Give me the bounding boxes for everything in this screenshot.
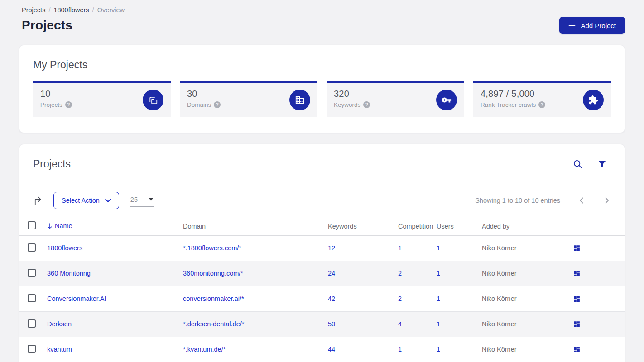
help-icon[interactable]: ? — [65, 101, 72, 108]
table-toolbar: Select Action 25 Showing 1 to 10 of 10 e… — [19, 192, 625, 209]
dashboard-icon[interactable] — [572, 345, 582, 354]
page-header: Projects Add Project — [22, 17, 625, 34]
project-keywords-value[interactable]: 42 — [328, 295, 335, 302]
projects-table-body: 1800flowers *.1800flowers.com/* 12 1 1 N… — [19, 235, 625, 362]
breadcrumb-projects[interactable]: Projects — [22, 6, 45, 14]
row-checkbox[interactable] — [28, 243, 36, 252]
project-competition-value[interactable]: 1 — [398, 346, 402, 353]
select-all-checkbox[interactable] — [28, 221, 36, 229]
next-page-icon[interactable] — [603, 196, 611, 205]
project-users-value[interactable]: 1 — [437, 346, 440, 353]
project-users-value[interactable]: 1 — [437, 270, 440, 277]
project-name-link[interactable]: Derksen — [47, 320, 72, 328]
breadcrumb-1800flowers[interactable]: 1800flowers — [53, 6, 89, 14]
table-row: Derksen *.derksen-dental.de/* 50 4 1 Nik… — [19, 311, 625, 337]
plus-icon — [568, 22, 576, 29]
project-competition-value[interactable]: 4 — [398, 320, 402, 328]
breadcrumb-separator: / — [48, 6, 50, 14]
export-icon[interactable] — [33, 195, 43, 206]
project-domain-link[interactable]: *.kvantum.de/* — [183, 346, 226, 353]
project-competition-value[interactable]: 2 — [398, 295, 402, 302]
pagination-status: Showing 1 to 10 of 10 entries — [475, 197, 560, 204]
folder-copy-icon — [143, 90, 163, 110]
column-header-added-by[interactable]: Added by — [482, 217, 572, 235]
add-project-button[interactable]: Add Project — [559, 17, 625, 34]
row-checkbox[interactable] — [28, 319, 36, 328]
project-keywords-value[interactable]: 44 — [328, 346, 335, 353]
stat-card-projects: 10 Projects ? — [33, 81, 171, 117]
help-icon[interactable]: ? — [363, 101, 370, 108]
column-header-name[interactable]: Name — [47, 217, 183, 235]
project-users-value[interactable]: 1 — [437, 295, 440, 302]
project-domain-link[interactable]: *.derksen-dental.de/* — [183, 320, 244, 328]
column-header-keywords[interactable]: Keywords — [328, 217, 398, 235]
stat-card-rank-tracker-crawls: 4,897 / 5,000 Rank Tracker crawls ? — [473, 81, 611, 117]
project-name-link[interactable]: Conversionmaker.AI — [47, 295, 106, 302]
help-icon[interactable]: ? — [214, 101, 221, 108]
project-added-by: Niko Körner — [482, 346, 517, 353]
project-competition-value[interactable]: 1 — [398, 244, 402, 252]
project-domain-link[interactable]: *.1800flowers.com/* — [183, 244, 241, 252]
project-name-link[interactable]: 360 Monitoring — [47, 270, 91, 277]
caret-down-icon — [149, 198, 153, 201]
search-icon[interactable] — [572, 158, 583, 170]
breadcrumb: Projects / 1800flowers / Overview — [22, 0, 625, 14]
stat-card-keywords: 320 Keywords ? — [327, 81, 464, 117]
chevron-down-icon — [105, 199, 111, 203]
my-projects-panel: My Projects 10 Projects ? 30 Doma — [19, 45, 625, 133]
project-added-by: Niko Körner — [482, 270, 517, 277]
projects-table: Name Domain Keywords Competition Users A… — [19, 217, 625, 362]
building-icon — [289, 90, 310, 110]
table-row: kvantum *.kvantum.de/* 44 1 1 Niko Körne… — [19, 337, 625, 362]
project-users-value[interactable]: 1 — [437, 244, 440, 252]
project-keywords-value[interactable]: 24 — [328, 270, 335, 277]
page: Projects / 1800flowers / Overview Projec… — [0, 0, 644, 362]
row-checkbox[interactable] — [28, 294, 36, 302]
column-header-domain[interactable]: Domain — [183, 217, 328, 235]
table-row: Conversionmaker.AI conversionmaker.ai/* … — [19, 286, 625, 311]
project-keywords-value[interactable]: 50 — [328, 320, 335, 328]
column-header-competition[interactable]: Competition — [398, 217, 437, 235]
previous-page-icon[interactable] — [577, 196, 586, 205]
row-checkbox[interactable] — [28, 345, 36, 353]
dashboard-icon[interactable] — [572, 294, 582, 304]
project-name-link[interactable]: kvantum — [47, 346, 72, 353]
help-icon[interactable]: ? — [538, 101, 545, 108]
my-projects-title: My Projects — [33, 59, 611, 71]
project-name-link[interactable]: 1800flowers — [47, 244, 82, 252]
project-added-by: Niko Körner — [482, 295, 517, 302]
project-competition-value[interactable]: 2 — [398, 270, 402, 277]
row-checkbox[interactable] — [28, 269, 36, 277]
table-header-row: Name Domain Keywords Competition Users A… — [19, 217, 625, 235]
stat-card-domains: 30 Domains ? — [180, 81, 317, 117]
project-domain-link[interactable]: conversionmaker.ai/* — [183, 295, 244, 302]
page-title: Projects — [22, 18, 72, 33]
project-keywords-value[interactable]: 12 — [328, 244, 335, 252]
table-row: 360 Monitoring 360monitoring.com/* 24 2 … — [19, 261, 625, 286]
project-users-value[interactable]: 1 — [437, 320, 440, 328]
breadcrumb-overview: Overview — [97, 6, 125, 14]
add-project-label: Add Project — [581, 22, 616, 29]
breadcrumb-separator: / — [92, 6, 94, 14]
filter-icon[interactable] — [597, 159, 607, 169]
sort-descending-icon — [47, 223, 53, 229]
stats-grid: 10 Projects ? 30 Domains ? — [33, 81, 611, 117]
projects-table-panel: Projects Se — [19, 144, 625, 362]
project-domain-link[interactable]: 360monitoring.com/* — [183, 270, 243, 277]
puzzle-icon — [583, 90, 604, 110]
select-action-button[interactable]: Select Action — [53, 192, 119, 209]
table-row: 1800flowers *.1800flowers.com/* 12 1 1 N… — [19, 235, 625, 261]
dashboard-icon[interactable] — [572, 319, 582, 329]
page-size-select[interactable]: 25 — [130, 195, 154, 207]
column-header-actions — [572, 217, 625, 235]
dashboard-icon[interactable] — [572, 269, 582, 278]
project-added-by: Niko Körner — [482, 244, 517, 252]
project-added-by: Niko Körner — [482, 320, 517, 328]
dashboard-icon[interactable] — [572, 243, 582, 253]
key-icon — [436, 90, 457, 110]
column-header-users[interactable]: Users — [437, 217, 482, 235]
projects-table-title: Projects — [33, 158, 71, 170]
